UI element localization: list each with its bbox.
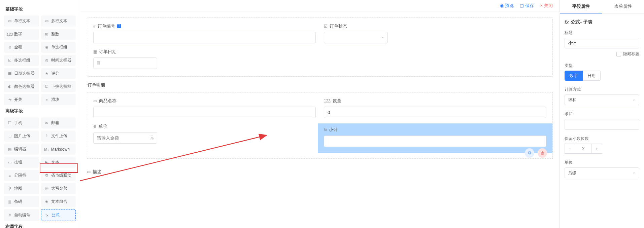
field-price[interactable]: ⊕单价 元 (93, 123, 316, 144)
palette-item[interactable]: ☑多选框组 (4, 55, 39, 66)
number-icon: 123 (324, 99, 331, 103)
hide-title-checkbox[interactable] (616, 52, 621, 56)
hash-icon: # (93, 24, 96, 29)
field-type-icon: Aₐ (44, 160, 49, 165)
palette-item-label: 自动编号 (14, 212, 30, 218)
input-order-no[interactable] (93, 32, 316, 43)
palette-item-label: 文件上传 (51, 133, 67, 139)
palette-item-label: 时间选择器 (51, 58, 71, 63)
palette-item[interactable]: ❀文本组合 (41, 196, 76, 207)
palette-item[interactable]: fx公式 (41, 209, 76, 221)
field-subtotal-selected[interactable]: fx小计 ⧉ 🗑 (318, 123, 552, 153)
close-button[interactable]: ×关闭 (540, 3, 553, 9)
field-type-icon: ☑ (7, 58, 12, 63)
field-type-icon: 123 (7, 32, 12, 37)
palette-item-label: 单选框组 (51, 44, 67, 50)
palette-item[interactable]: ◉单选框组 (41, 42, 76, 53)
prop-unit-select[interactable]: 后缀 (565, 167, 639, 178)
field-order-no[interactable]: #订单编号T (93, 23, 316, 43)
input-order-date[interactable] (93, 58, 157, 69)
palette-item[interactable]: ▦日期选择器 (4, 68, 39, 79)
tab-form-props[interactable]: 表单属性 (602, 0, 644, 13)
palette-item[interactable]: 123数字 (4, 29, 39, 40)
field-type-icon: M↓ (44, 147, 49, 152)
field-order-date[interactable]: ▦订单日期 ▦ (93, 49, 316, 69)
field-desc[interactable]: ▭描述 (87, 169, 553, 175)
label-order-status: 订单状态 (330, 23, 347, 29)
type-date-button[interactable]: 日期 (583, 71, 601, 81)
palette-item[interactable]: ◐颜色选择器 (4, 81, 39, 92)
hide-title-label: 隐藏标题 (623, 51, 639, 57)
field-type-icon: ▭ (44, 19, 49, 24)
field-type-icon: ▦ (7, 71, 12, 76)
palette-item[interactable]: ◷时间选择器 (41, 55, 76, 66)
palette-item[interactable]: ⊞整数 (41, 29, 76, 40)
palette-item-label: 多选框组 (14, 58, 30, 63)
palette-item[interactable]: ⇋开关 (4, 94, 39, 105)
prop-sum-input[interactable] (565, 119, 639, 130)
palette-item[interactable]: ▤编辑器 (4, 144, 39, 155)
palette-item[interactable]: ▭单行文本 (4, 15, 39, 27)
decimal-value-input[interactable] (575, 144, 591, 154)
prop-calc-select[interactable]: 求和 (565, 94, 639, 105)
palette-item[interactable]: ⚲地图 (4, 183, 39, 194)
palette-item[interactable]: ≡分隔符 (4, 170, 39, 181)
palette-item[interactable]: ⧉省市级联动 (41, 170, 76, 181)
palette-item[interactable]: ▭多行文本 (41, 15, 76, 27)
palette-item[interactable]: ㊥大写金额 (41, 183, 76, 194)
field-product-name[interactable]: ▭商品名称 (93, 98, 316, 118)
input-product-name[interactable] (93, 107, 316, 118)
decimal-plus-button[interactable]: + (591, 144, 602, 154)
palette-item[interactable]: ⊡图片上传 (4, 130, 39, 142)
save-button[interactable]: ▢保存 (520, 3, 534, 9)
palette-item[interactable]: Aₐ文本 (41, 157, 76, 168)
palette-item[interactable]: ✉邮箱 (41, 117, 76, 128)
input-subtotal[interactable] (324, 136, 546, 147)
palette-item[interactable]: ▭按钮 (4, 157, 39, 168)
palette-item[interactable]: M↓Markdown (41, 144, 76, 155)
label-qty: 数量 (333, 98, 341, 104)
field-type-icon: ❀ (44, 199, 49, 204)
preview-button[interactable]: ◉预览 (500, 3, 514, 9)
delete-field-button[interactable]: 🗑 (538, 148, 547, 158)
field-order-status[interactable]: ☑订单状态 (324, 23, 546, 43)
decimal-minus-button[interactable]: − (565, 144, 575, 154)
calendar-input-icon: ▦ (97, 60, 100, 65)
prop-type-label: 类型 (565, 63, 639, 69)
label-order-no: 订单编号 (98, 23, 115, 29)
palette-item[interactable]: ⇪文件上传 (41, 130, 76, 142)
header-block[interactable]: #订单编号T ▦订单日期 ▦ ☑订单状态 (87, 17, 553, 77)
field-palette: 基础字段 ▭单行文本▭多行文本123数字⊞整数⊕金额◉单选框组☑多选框组◷时间选… (0, 0, 80, 228)
field-type-icon: ▭ (7, 19, 12, 24)
fx-icon: fx (324, 127, 327, 132)
field-type-icon: ⊕ (7, 45, 12, 50)
field-type-icon: ⚲ (7, 186, 12, 191)
input-price[interactable] (93, 132, 157, 144)
palette-item[interactable]: ★评分 (41, 68, 76, 79)
price-unit: 元 (150, 135, 154, 141)
select-order-status[interactable] (324, 32, 388, 43)
close-icon: × (540, 3, 543, 8)
field-type-icon: ⧉ (44, 173, 49, 178)
detail-section-title: 订单明细 (88, 82, 553, 88)
palette-item[interactable]: #自动编号 (4, 209, 39, 221)
palette-item[interactable]: ≡滑块 (41, 94, 76, 105)
group-basic-title: 基础字段 (5, 6, 76, 12)
palette-item[interactable]: ☑下拉选择框 (41, 81, 76, 92)
copy-field-button[interactable]: ⧉ (525, 148, 534, 158)
field-type-icon: ⇋ (7, 98, 12, 102)
field-type-icon: ▭ (7, 160, 12, 165)
form-canvas[interactable]: #订单编号T ▦订单日期 ▦ ☑订单状态 订单明细 (80, 11, 560, 228)
palette-item[interactable]: ☐手机 (4, 117, 39, 128)
tab-field-props[interactable]: 字段属性 (560, 0, 602, 13)
field-qty[interactable]: 123数量 (324, 98, 546, 118)
detail-block[interactable]: ▭商品名称 ⊕单价 元 123数量 (87, 92, 553, 159)
palette-item[interactable]: |||条码 (4, 196, 39, 207)
prop-title-input[interactable] (565, 38, 639, 48)
input-qty[interactable] (324, 107, 546, 118)
prop-calc-label: 计算方式 (565, 87, 639, 92)
type-number-button[interactable]: 数字 (565, 71, 583, 81)
field-type-icon: ⊡ (7, 134, 12, 139)
palette-item[interactable]: ⊕金额 (4, 42, 39, 53)
palette-item-label: 地图 (14, 186, 22, 191)
